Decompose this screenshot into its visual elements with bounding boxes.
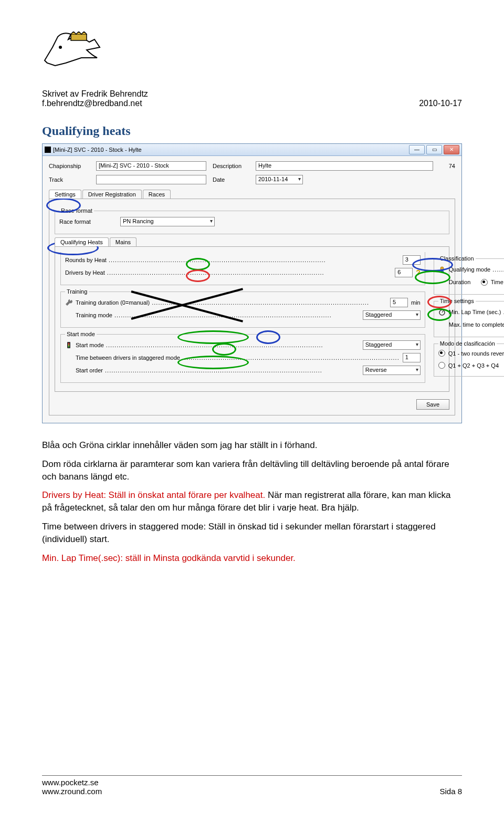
date-field[interactable]: 2010-11-14 bbox=[256, 175, 303, 184]
titlebar: [Mini-Z] SVC - 2010 - Stock - Hylte — ▭ … bbox=[43, 144, 461, 156]
help-icon[interactable]: ? bbox=[416, 268, 421, 277]
paragraph-5: Min. Lap Time(.sec): ställ in Minsta god… bbox=[42, 552, 462, 565]
number-74: 74 bbox=[439, 163, 455, 169]
logo bbox=[42, 32, 462, 70]
championship-label: Chapionship bbox=[49, 163, 90, 169]
author-line: Skrivet av Fredrik Behrendtz bbox=[42, 89, 148, 99]
training-duration-field[interactable]: 5 bbox=[390, 298, 408, 307]
svg-line-9 bbox=[442, 311, 443, 313]
start-mode-combo[interactable]: Staggered bbox=[363, 340, 421, 350]
tab-driver-registration[interactable]: Driver Registration bbox=[82, 190, 142, 199]
drivers-by-heat-field[interactable]: 6 bbox=[395, 268, 413, 277]
sub-tabs: Qualifying Heats Mains bbox=[55, 237, 449, 247]
footer-url-2: www.zround.com bbox=[42, 787, 102, 796]
modo-opt2-radio[interactable] bbox=[438, 362, 445, 369]
time-between-label: Time between drivers in staggered mode bbox=[76, 355, 400, 361]
training-mode-label: Training mode bbox=[76, 312, 360, 318]
modo-legend: Modo de clasificación bbox=[438, 340, 497, 347]
time-between-field[interactable]: 1 bbox=[403, 353, 421, 362]
race-format-legend: Race format bbox=[59, 207, 94, 214]
paragraph-2: Dom röda cirklarna är paramterar som kan… bbox=[42, 458, 462, 483]
modo-opt1-label: Q1 - two rounds reverser order + Q2 bbox=[448, 350, 504, 357]
svg-rect-0 bbox=[71, 34, 87, 40]
svg-rect-8 bbox=[441, 309, 443, 310]
close-button[interactable]: ✕ bbox=[444, 145, 459, 154]
duration-time-label: Time bbox=[491, 279, 503, 285]
doc-date: 2010-10-17 bbox=[419, 99, 462, 108]
description-field[interactable]: Hylte bbox=[256, 161, 433, 171]
paragraph-4: Time between drivers in staggered mode: … bbox=[42, 521, 462, 546]
footer-page: Sida 8 bbox=[439, 787, 462, 796]
training-duration-label: Training duration (0=manual) bbox=[76, 299, 387, 306]
training-duration-unit: min bbox=[411, 299, 421, 306]
subtab-mains[interactable]: Mains bbox=[110, 237, 136, 246]
rounds-by-heat-field[interactable]: 3 bbox=[403, 255, 421, 265]
drivers-by-heat-label: Drivers by Heat bbox=[65, 269, 392, 276]
paragraph-3-red: Drivers by Heat: Ställ in önskat antal f… bbox=[42, 490, 265, 500]
paragraph-1: Blåa och Gröna cirklar innehåller väden … bbox=[42, 439, 462, 452]
max-lap-label: Max. time to complete last lap (sec.) bbox=[449, 321, 504, 328]
time-settings-legend: Time settings bbox=[438, 298, 476, 304]
app-screenshot: [Mini-Z] SVC - 2010 - Stock - Hylte — ▭ … bbox=[42, 143, 462, 423]
rounds-by-heat-label: Rounds by Heat bbox=[65, 257, 400, 263]
duration-label: Duration bbox=[449, 279, 478, 285]
window-title: [Mini-Z] SVC - 2010 - Stock - Hylte bbox=[53, 147, 142, 153]
start-order-label: Start order bbox=[76, 367, 360, 373]
duration-time-radio[interactable] bbox=[481, 279, 488, 286]
description-label: Description bbox=[213, 163, 249, 169]
traffic-light-icon bbox=[65, 341, 72, 349]
main-tabs: Settings Driver Registration Races bbox=[49, 190, 455, 199]
stopwatch-icon bbox=[438, 308, 446, 316]
footer: www.pocketz.se www.zround.com Sida 8 bbox=[42, 775, 462, 796]
tab-settings[interactable]: Settings bbox=[49, 190, 81, 199]
svg-point-4 bbox=[68, 345, 70, 346]
qualifying-mode-label: Qualifying mode bbox=[449, 266, 504, 273]
start-mode-legend: Start mode bbox=[65, 331, 97, 337]
paragraph-3: Drivers by Heat: Ställ in önskat antal f… bbox=[42, 489, 462, 514]
track-label: Track bbox=[49, 176, 90, 183]
race-format-combo[interactable]: PN Rancing bbox=[120, 217, 215, 226]
maximize-button[interactable]: ▭ bbox=[426, 145, 442, 154]
start-mode-label: Start mode bbox=[76, 342, 360, 348]
medal-icon bbox=[438, 266, 446, 273]
section-title: Qualifying heats bbox=[42, 124, 462, 138]
classification-legend: Classification bbox=[438, 255, 476, 262]
svg-point-3 bbox=[68, 343, 70, 345]
track-field[interactable] bbox=[96, 175, 206, 184]
app-icon bbox=[45, 147, 51, 153]
date-label: Date bbox=[213, 176, 249, 183]
race-format-label: Race format bbox=[59, 218, 117, 225]
training-mode-combo[interactable]: Staggered bbox=[363, 310, 421, 320]
footer-url-1: www.pocketz.se bbox=[42, 778, 102, 787]
tab-races[interactable]: Races bbox=[143, 190, 171, 199]
author-email: f.behrendtz@bredband.net bbox=[42, 99, 148, 108]
subtab-qualifying-heats[interactable]: Qualifying Heats bbox=[55, 237, 109, 246]
modo-opt2-label: Q1 + Q2 + Q3 + Q4 bbox=[448, 362, 499, 369]
min-lap-label: Min. Lap Time (sec.) bbox=[449, 309, 504, 315]
svg-point-5 bbox=[68, 346, 70, 348]
wrench-icon bbox=[65, 299, 72, 306]
start-order-combo[interactable]: Reverse bbox=[363, 366, 421, 375]
minimize-button[interactable]: — bbox=[409, 145, 425, 154]
save-button[interactable]: Save bbox=[416, 399, 449, 410]
modo-opt1-radio[interactable] bbox=[438, 350, 445, 357]
championship-field[interactable]: [Mini-Z] SVC - 2010 - Stock bbox=[96, 161, 206, 171]
training-legend: Training bbox=[65, 288, 89, 295]
svg-point-6 bbox=[440, 267, 444, 270]
svg-point-1 bbox=[59, 46, 62, 49]
